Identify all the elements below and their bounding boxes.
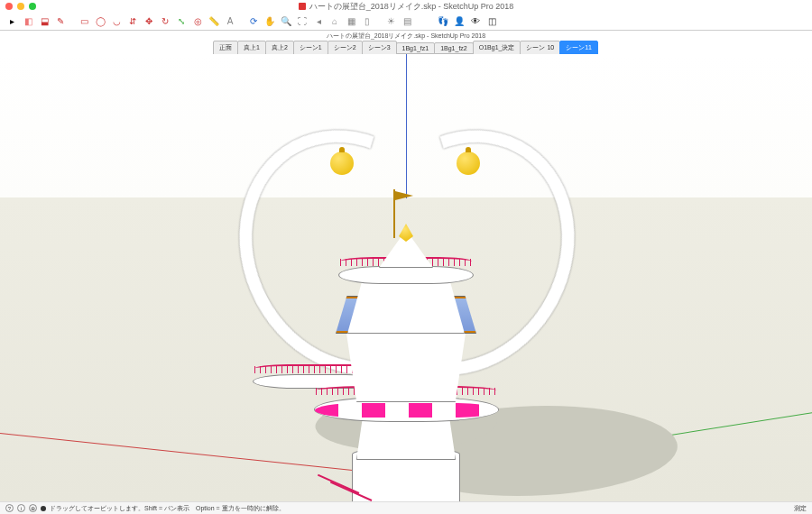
rotate-tool-icon[interactable]: ↻ bbox=[159, 15, 171, 28]
rectangle-tool-icon[interactable]: ▭ bbox=[78, 15, 90, 28]
app-icon bbox=[299, 3, 306, 10]
offset-tool-icon[interactable]: ◎ bbox=[191, 15, 204, 28]
scene-tabs: 正面真上1真上2シーン1シーン2シーン31Bg1_fz11Bg1_fz2O1Bg… bbox=[0, 41, 812, 54]
orbit-tool-icon[interactable]: ⟳ bbox=[247, 15, 260, 28]
scale-tool-icon[interactable]: ⤡ bbox=[175, 15, 188, 28]
shadows-toggle-icon[interactable]: ☀ bbox=[384, 15, 397, 28]
scene-tab-4[interactable]: シーン2 bbox=[328, 41, 363, 55]
previous-view-icon[interactable]: ◂ bbox=[312, 15, 325, 28]
move-tool-icon[interactable]: ✥ bbox=[143, 15, 155, 28]
measurements-label: 測定 bbox=[794, 504, 807, 513]
arc-tool-icon[interactable]: ◡ bbox=[110, 15, 123, 28]
section-tool-icon[interactable]: ◫ bbox=[485, 15, 498, 28]
model-viewport[interactable] bbox=[0, 54, 812, 501]
top-deck bbox=[338, 266, 474, 284]
info-icon[interactable]: i bbox=[17, 504, 25, 512]
geo-icon[interactable]: ⊕ bbox=[29, 504, 37, 512]
gold-ornament-left bbox=[330, 151, 354, 175]
main-toolbar: ▸ ◧ ⬓ ✎ ▭ ◯ ◡ ⇵ ✥ ↻ ⤡ ◎ 📏 A ⟳ ✋ 🔍 ⛶ ◂ ⌂ … bbox=[0, 13, 812, 31]
title-bar: ハートの展望台_2018リメイク.skp - SketchUp Pro 2018 bbox=[0, 0, 812, 13]
scene-tab-7[interactable]: 1Bg1_fz2 bbox=[434, 42, 474, 54]
look-around-tool-icon[interactable]: 👁 bbox=[469, 15, 482, 28]
pan-tool-icon[interactable]: ✋ bbox=[263, 15, 276, 28]
select-tool-icon[interactable]: ▸ bbox=[5, 15, 18, 28]
iso-view-icon[interactable]: ⌂ bbox=[328, 15, 341, 28]
styles-icon[interactable]: ▤ bbox=[401, 15, 413, 28]
scene-tab-10[interactable]: シーン11 bbox=[559, 41, 598, 55]
status-dot-icon bbox=[41, 506, 46, 511]
eraser-tool-icon[interactable]: ◧ bbox=[22, 15, 34, 28]
scene-tab-9[interactable]: シーン 10 bbox=[520, 41, 560, 55]
observation-lower bbox=[341, 332, 471, 402]
position-camera-tool-icon[interactable]: 👤 bbox=[453, 15, 466, 28]
window-title: ハートの展望台_2018リメイク.skp - SketchUp Pro 2018 bbox=[309, 1, 514, 13]
push-pull-tool-icon[interactable]: ⇵ bbox=[126, 15, 139, 28]
circle-tool-icon[interactable]: ◯ bbox=[94, 15, 106, 28]
deck-stripe bbox=[315, 403, 498, 418]
zoom-tool-icon[interactable]: 🔍 bbox=[280, 15, 292, 28]
status-hint: ドラッグしてオービットします。Shift = パン表示 Option = 重力を… bbox=[50, 504, 285, 513]
scene-tab-0[interactable]: 正面 bbox=[213, 41, 238, 55]
scene-tab-2[interactable]: 真上2 bbox=[265, 41, 294, 55]
text-tool-icon[interactable]: A bbox=[224, 15, 236, 28]
gold-ornament-right bbox=[457, 151, 480, 175]
top-view-icon[interactable]: ▦ bbox=[345, 15, 357, 28]
status-bar: ? i ⊕ ドラッグしてオービットします。Shift = パン表示 Option… bbox=[0, 501, 812, 514]
line-tool-icon[interactable]: ✎ bbox=[54, 15, 67, 28]
scene-tab-8[interactable]: O1Bg1_決定 bbox=[473, 41, 521, 55]
scene-tab-1[interactable]: 真上1 bbox=[237, 41, 266, 55]
flag-pole bbox=[393, 189, 395, 238]
document-subtitle: ハートの展望台_2018リメイク.skp - SketchUp Pro 2018 bbox=[0, 32, 812, 41]
scene-tab-3[interactable]: シーン1 bbox=[293, 41, 328, 55]
scene-tab-5[interactable]: シーン3 bbox=[362, 41, 397, 55]
zoom-extents-tool-icon[interactable]: ⛶ bbox=[296, 15, 309, 28]
walk-tool-icon[interactable]: 👣 bbox=[437, 15, 449, 28]
tape-measure-tool-icon[interactable]: 📏 bbox=[208, 15, 220, 28]
front-view-icon[interactable]: ▯ bbox=[361, 15, 374, 28]
help-icon[interactable]: ? bbox=[5, 504, 14, 512]
paint-bucket-tool-icon[interactable]: ⬓ bbox=[38, 15, 51, 28]
scene-tab-6[interactable]: 1Bg1_fz1 bbox=[396, 42, 436, 54]
